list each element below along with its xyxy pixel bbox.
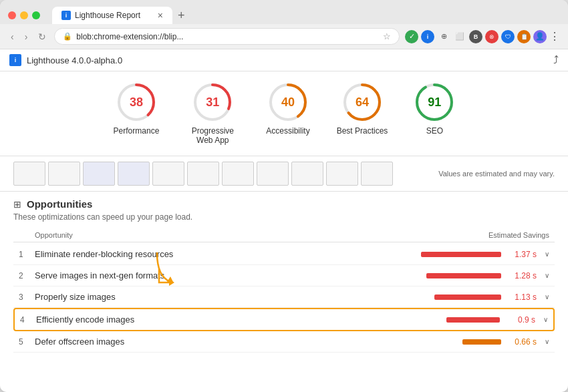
- opportunities-title: Opportunities: [27, 198, 92, 210]
- filmstrip-frames: [13, 162, 393, 186]
- chevron-icon-2[interactable]: ∨: [545, 272, 549, 279]
- extension-icon-green[interactable]: ✓: [405, 30, 418, 43]
- close-button[interactable]: [8, 11, 16, 19]
- toolbar-icons: ✓ i ⊕ ⬜ B ⊗ 🛡 📋 👤 ⋮: [405, 30, 560, 43]
- address-bar[interactable]: 🔒 blob:chrome-extension://blip... ☆: [54, 28, 400, 45]
- filmstrip-frame-6: [222, 162, 254, 186]
- forward-button[interactable]: ›: [22, 30, 31, 43]
- savings-value-2: 1.28 s: [507, 271, 537, 280]
- score-item-pwa: 31 Progressive Web App: [186, 82, 239, 145]
- filmstrip-frame-4: [152, 162, 184, 186]
- tab-favicon: i: [61, 11, 71, 20]
- score-number-accessibility: 40: [281, 95, 295, 110]
- extension-icon-3[interactable]: ⬜: [453, 30, 466, 43]
- score-item-accessibility: 40 Accessibility: [266, 82, 309, 136]
- row-num-4: 4: [20, 315, 36, 325]
- address-text: blob:chrome-extension://blip...: [76, 32, 379, 41]
- minimize-button[interactable]: [20, 11, 28, 19]
- table-header: Opportunity Estimated Savings: [13, 228, 555, 242]
- score-number-seo: 91: [428, 95, 441, 110]
- row-num-2: 2: [19, 271, 35, 280]
- extension-bar: i Lighthouse 4.0.0-alpha.0 ⤴: [0, 49, 568, 71]
- col-num-header: [19, 231, 35, 239]
- score-number-performance: 38: [130, 95, 143, 110]
- chevron-icon-4[interactable]: ∨: [543, 316, 548, 323]
- row-savings-1: 1.37 s ∨: [421, 250, 549, 259]
- row-num-1: 1: [19, 250, 35, 259]
- tab-bar: i Lighthouse Report × +: [52, 7, 560, 24]
- row-name-3: Properly size images: [35, 292, 434, 302]
- row-name-5: Defer offscreen images: [35, 337, 449, 347]
- title-bar: i Lighthouse Report × +: [0, 0, 568, 24]
- opportunities-list: 1 Eliminate render-blocking resources 1.…: [13, 244, 555, 353]
- chevron-icon-3[interactable]: ∨: [545, 293, 549, 301]
- toolbar: ‹ › ↻ 🔒 blob:chrome-extension://blip... …: [0, 24, 568, 49]
- savings-value-4: 0.9 s: [505, 315, 535, 325]
- section-header: ⊞ Opportunities: [13, 198, 555, 210]
- extension-icon-7[interactable]: 📋: [517, 30, 531, 43]
- savings-bar-1: [421, 252, 501, 257]
- score-circle-accessibility[interactable]: 40: [268, 82, 308, 122]
- extension-icon-6[interactable]: 🛡: [501, 30, 515, 43]
- new-tab-button[interactable]: +: [172, 7, 190, 24]
- share-button[interactable]: ⤴: [553, 54, 559, 66]
- lighthouse-logo: i: [9, 54, 21, 66]
- opportunity-row-3[interactable]: 3 Properly size images 1.13 s ∨: [13, 286, 555, 308]
- extension-icon-5[interactable]: ⊗: [485, 30, 499, 43]
- score-circle-seo[interactable]: 91: [414, 82, 454, 122]
- user-avatar[interactable]: 👤: [533, 30, 547, 43]
- filmstrip-frame-2: [83, 162, 115, 186]
- row-savings-3: 1.13 s ∨: [434, 292, 549, 302]
- extension-icon-2[interactable]: ⊕: [437, 30, 450, 43]
- filmstrip-frame-5: [187, 162, 219, 186]
- page-content: 38 Performance 31 Progressive Web App 40…: [0, 71, 568, 392]
- filmstrip-frame-0: [13, 162, 45, 186]
- score-label-best-practices: Best Practices: [337, 126, 388, 136]
- row-savings-2: 1.28 s ∨: [426, 271, 549, 280]
- opportunity-row-2[interactable]: 2 Serve images in next-gen formats 1.28 …: [13, 265, 555, 286]
- savings-bar-4: [446, 317, 500, 323]
- score-circle-pwa[interactable]: 31: [192, 82, 233, 122]
- savings-bar-2: [426, 273, 501, 278]
- savings-bar-3: [434, 295, 501, 300]
- filmstrip-frame-10: [361, 162, 393, 186]
- row-name-1: Eliminate render-blocking resources: [35, 249, 421, 259]
- extension-icon-1[interactable]: i: [421, 30, 434, 43]
- row-savings-4: 0.9 s ∨: [446, 315, 548, 325]
- opportunity-row-4[interactable]: 4 Efficiently encode images 0.9 s ∨: [13, 308, 555, 331]
- extension-icon-4[interactable]: B: [469, 30, 482, 43]
- score-label-performance: Performance: [114, 126, 160, 136]
- filmstrip-section: Values are estimated and may vary.: [0, 156, 568, 192]
- opportunity-row-1[interactable]: 1 Eliminate render-blocking resources 1.…: [13, 244, 555, 265]
- col-savings-header: Estimated Savings: [449, 231, 549, 239]
- refresh-button[interactable]: ↻: [35, 30, 49, 43]
- traffic-lights: [8, 11, 40, 19]
- score-number-pwa: 31: [206, 95, 219, 110]
- score-label-seo: SEO: [426, 126, 443, 136]
- more-button[interactable]: ⋮: [549, 30, 560, 43]
- score-circle-performance[interactable]: 38: [116, 82, 156, 122]
- maximize-button[interactable]: [32, 11, 40, 19]
- tab-title: Lighthouse Report: [75, 11, 140, 20]
- savings-value-1: 1.37 s: [507, 250, 537, 259]
- tab-close-button[interactable]: ×: [158, 11, 163, 20]
- filmstrip-note: Values are estimated and may vary.: [438, 170, 555, 178]
- browser-window: i Lighthouse Report × + ‹ › ↻ 🔒 blob:chr…: [0, 0, 568, 392]
- scores-section: 38 Performance 31 Progressive Web App 40…: [0, 71, 568, 156]
- back-button[interactable]: ‹: [8, 30, 17, 43]
- row-num-3: 3: [19, 292, 35, 302]
- score-circle-best-practices[interactable]: 64: [342, 82, 382, 122]
- chevron-icon-1[interactable]: ∨: [545, 250, 549, 258]
- extension-title: Lighthouse 4.0.0-alpha.0: [27, 55, 122, 65]
- active-tab[interactable]: i Lighthouse Report ×: [52, 7, 172, 24]
- savings-value-3: 1.13 s: [507, 292, 537, 302]
- row-savings-5: 0.66 s ∨: [449, 337, 549, 347]
- bookmark-icon[interactable]: ☆: [383, 31, 391, 41]
- savings-value-5: 0.66 s: [507, 337, 537, 347]
- filmstrip-frame-9: [326, 162, 358, 186]
- opportunity-row-5[interactable]: 5 Defer offscreen images 0.66 s ∨: [13, 331, 555, 353]
- score-number-best-practices: 64: [356, 95, 369, 110]
- chevron-icon-5[interactable]: ∨: [545, 338, 549, 345]
- scores-row: 38 Performance 31 Progressive Web App 40…: [13, 82, 555, 145]
- row-name-4: Efficiently encode images: [36, 315, 446, 325]
